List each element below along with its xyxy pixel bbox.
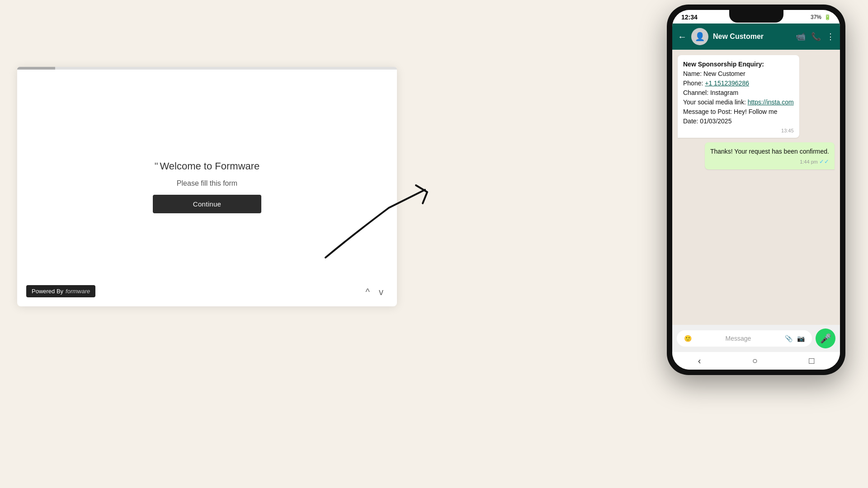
phone-nav-bar: ‹ ○ □ [672,352,840,370]
received-message-time: 13:45 [683,128,794,133]
progress-bar-container [17,67,397,70]
back-icon[interactable]: ← [678,32,687,42]
status-icons: 37% 🔋 [811,14,831,20]
camera-icon[interactable]: 📷 [797,335,805,342]
contact-avatar: 👤 [691,28,708,45]
phone-link[interactable]: +1 1512396286 [705,80,749,87]
powered-by-badge: Powered By formware [26,285,95,297]
battery-icon: 🔋 [824,14,831,20]
received-message: New Sponsorship Enquiry: Name: New Custo… [678,55,799,138]
form-subtitle: Please fill this form [177,179,237,188]
progress-bar-fill [17,67,55,70]
home-nav-button[interactable]: ○ [752,356,758,366]
status-time: 12:34 [681,14,698,21]
whatsapp-input-area: 🙂 Message 📎 📷 🎤 [672,325,840,352]
battery-text: 37% [811,14,821,20]
mic-button[interactable]: 🎤 [816,328,835,348]
more-options-icon[interactable]: ⋮ [826,32,835,42]
emoji-icon: 🙂 [684,335,692,342]
powered-by-label: Powered By [32,288,63,295]
form-nav-arrows: ^ v [366,287,383,297]
sent-message: Thanks! Your request has been confirmed.… [705,142,835,169]
contact-name: New Customer [713,33,791,41]
whatsapp-header: ← 👤 New Customer 📹 📞 ⋮ [672,23,840,50]
form-welcome-text: Welcome to Formware [160,160,259,172]
messages-area: New Sponsorship Enquiry: Name: New Custo… [672,50,840,325]
sent-message-text: Thanks! Your request has been confirmed. [710,147,829,156]
message-input-box[interactable]: 🙂 Message 📎 📷 [677,330,812,347]
phone-notch [729,10,783,23]
back-nav-button[interactable]: ‹ [698,356,701,366]
message-placeholder: Message [726,335,751,342]
form-panel: " Welcome to Formware Please fill this f… [17,67,397,306]
header-action-icons: 📹 📞 ⋮ [796,32,835,42]
received-message-text: New Sponsorship Enquiry: Name: New Custo… [683,60,794,126]
sent-message-time: 1:44 pm ✓✓ [710,158,829,165]
message-ticks: ✓✓ [819,158,829,165]
video-call-icon[interactable]: 📹 [796,32,806,42]
phone-mockup: 12:34 37% 🔋 ← 👤 New Customer 📹 📞 ⋮ New S… [667,5,845,375]
phone-screen: 12:34 37% 🔋 ← 👤 New Customer 📹 📞 ⋮ New S… [672,10,840,370]
attach-icon[interactable]: 📎 [785,335,793,342]
form-content: " Welcome to Formware Please fill this f… [153,160,261,213]
powered-by-brand: formware [66,288,90,295]
continue-button[interactable]: Continue [153,195,261,213]
recent-nav-button[interactable]: □ [809,356,814,366]
quote-mark: " [155,160,158,172]
url-link[interactable]: https://insta.com [748,99,794,106]
nav-down-button[interactable]: v [379,287,383,297]
voice-call-icon[interactable]: 📞 [811,32,821,42]
nav-up-button[interactable]: ^ [366,287,370,297]
